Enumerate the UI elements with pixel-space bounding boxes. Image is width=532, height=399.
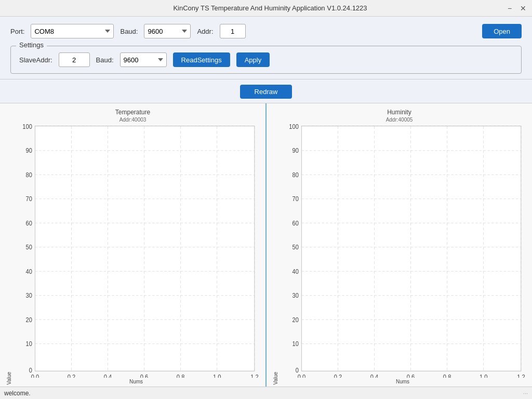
svg-text:0.2: 0.2: [334, 373, 342, 378]
svg-text:70: 70: [292, 195, 299, 203]
top-controls: Port: COM8 COM1COM2COM3 COM4COM5COM6COM7…: [0, 17, 532, 79]
main-area: Port: COM8 COM1COM2COM3 COM4COM5COM6COM7…: [0, 17, 532, 399]
app-title: KinCony TS Temperature And Huminity Appl…: [35, 4, 505, 12]
humidity-x-label: Nums: [278, 378, 527, 384]
apply-button[interactable]: Apply: [236, 52, 270, 67]
charts-area: Temperature Addr:40003 Value: [0, 103, 532, 387]
svg-text:0.8: 0.8: [443, 373, 451, 378]
svg-text:0.2: 0.2: [68, 373, 76, 378]
minimize-button[interactable]: −: [505, 4, 514, 13]
svg-rect-36: [301, 126, 521, 370]
svg-text:90: 90: [292, 147, 299, 154]
slave-addr-label: SlaveAddr:: [19, 56, 52, 64]
svg-text:1.2: 1.2: [250, 373, 259, 378]
addr-label: Addr:: [197, 28, 213, 35]
port-select[interactable]: COM8 COM1COM2COM3 COM4COM5COM6COM7: [31, 24, 114, 38]
svg-text:0.0: 0.0: [31, 373, 39, 378]
svg-text:40: 40: [292, 268, 299, 275]
svg-text:80: 80: [26, 171, 33, 179]
humidity-y-label: Value: [272, 123, 278, 384]
svg-text:80: 80: [292, 171, 299, 179]
redraw-area: Redraw: [0, 79, 532, 103]
read-settings-button[interactable]: ReadSettings: [173, 52, 230, 67]
temperature-title: Temperature: [115, 109, 150, 117]
svg-text:20: 20: [26, 315, 33, 323]
temperature-chart: Temperature Addr:40003 Value: [0, 103, 267, 387]
svg-text:70: 70: [26, 195, 33, 203]
titlebar: KinCony TS Temperature And Huminity Appl…: [0, 0, 532, 17]
humidity-subtitle: Addr:40005: [386, 117, 413, 123]
humidity-chart: Huminity Addr:40005 Value: [267, 103, 532, 387]
svg-text:20: 20: [292, 315, 299, 323]
temperature-x-label: Nums: [12, 378, 260, 384]
svg-text:10: 10: [26, 340, 33, 348]
svg-text:60: 60: [26, 219, 33, 227]
svg-text:1.2: 1.2: [517, 373, 525, 378]
svg-text:0.0: 0.0: [298, 373, 306, 378]
status-dots: ···: [523, 390, 528, 396]
open-button[interactable]: Open: [482, 24, 522, 38]
baud-select[interactable]: 9600 120024004800 192003840057600115200: [144, 24, 191, 38]
svg-text:100: 100: [289, 123, 299, 130]
svg-text:0.6: 0.6: [140, 373, 149, 378]
status-text: welcome.: [4, 390, 31, 397]
svg-text:0.6: 0.6: [407, 373, 415, 378]
temperature-y-label: Value: [5, 123, 12, 384]
svg-text:0.8: 0.8: [177, 373, 185, 378]
settings-baud-select[interactable]: 9600 120024004800 192003840057600115200: [120, 52, 167, 67]
svg-rect-0: [35, 126, 254, 370]
connection-row: Port: COM8 COM1COM2COM3 COM4COM5COM6COM7…: [10, 24, 522, 38]
svg-text:90: 90: [26, 147, 33, 154]
redraw-button[interactable]: Redraw: [240, 85, 292, 99]
baud-label: Baud:: [120, 28, 138, 35]
svg-text:30: 30: [26, 291, 33, 299]
svg-text:50: 50: [26, 243, 33, 251]
settings-legend: Settings: [16, 41, 47, 49]
svg-text:60: 60: [292, 219, 299, 227]
svg-text:40: 40: [26, 268, 33, 275]
humidity-plot: 100 90 80 70 60 50 40 30 20 10 0: [278, 123, 527, 378]
slave-addr-input[interactable]: [59, 52, 90, 67]
window-controls: − ✕: [505, 4, 528, 13]
humidity-title: Huminity: [387, 109, 411, 117]
temperature-plot: 100 90 80 70 60 50 40 30 20 10 0: [12, 123, 260, 378]
svg-text:50: 50: [292, 243, 299, 251]
svg-text:1.0: 1.0: [213, 373, 221, 378]
statusbar: welcome. ···: [0, 387, 532, 399]
settings-baud-label: Baud:: [96, 56, 114, 64]
svg-text:100: 100: [22, 123, 32, 130]
settings-row: SlaveAddr: Baud: 9600 120024004800 19200…: [19, 52, 513, 67]
settings-group: Settings SlaveAddr: Baud: 9600 120024004…: [10, 46, 522, 74]
close-button[interactable]: ✕: [518, 4, 528, 13]
svg-text:30: 30: [292, 291, 299, 299]
addr-input[interactable]: [220, 24, 246, 38]
svg-text:1.0: 1.0: [480, 373, 488, 378]
temperature-subtitle: Addr:40003: [119, 117, 147, 123]
port-label: Port:: [10, 28, 24, 35]
svg-text:0.4: 0.4: [370, 373, 379, 378]
svg-text:0.4: 0.4: [104, 373, 112, 378]
svg-text:10: 10: [292, 340, 299, 348]
